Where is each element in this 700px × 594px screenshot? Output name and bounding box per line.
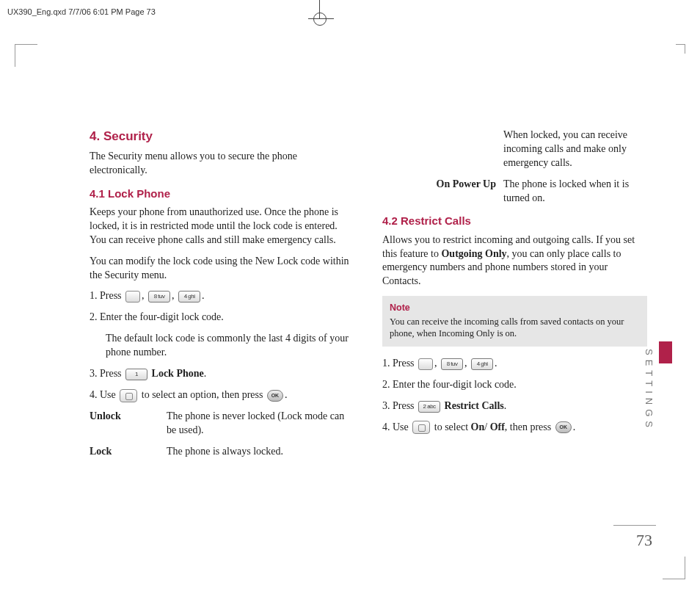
- text: ,: [172, 290, 177, 301]
- key-4-icon: 4 ghi: [178, 291, 200, 303]
- text: .: [495, 358, 497, 369]
- bold-text: Outgoing Only: [441, 248, 506, 259]
- bold-text: On: [471, 421, 485, 432]
- text: 3. Press: [90, 368, 124, 379]
- def-lock-term: Lock: [90, 445, 167, 459]
- text: /: [484, 421, 489, 432]
- text: ,: [464, 358, 470, 369]
- ok-key-icon: OK: [555, 421, 572, 433]
- text: .: [202, 290, 205, 301]
- note-box: Note You can receive the incoming calls …: [382, 296, 647, 347]
- left-column: 4. Security The Security menu allows you…: [90, 128, 354, 458]
- lock-phone-p1: Keeps your phone from unauthorized use. …: [90, 206, 354, 247]
- page-body: 4. Security The Security menu allows you…: [90, 128, 647, 458]
- note-title: Note: [390, 302, 640, 314]
- restrict-step-1: 1. Press , 8 tuv, 4 ghi.: [382, 357, 647, 371]
- key-4-icon: 4 ghi: [471, 358, 493, 370]
- text: .: [504, 400, 507, 411]
- lock-step-2-note: The default lock code is commonly the la…: [106, 332, 354, 360]
- side-tab: [659, 341, 672, 363]
- softkey-icon: [125, 291, 140, 303]
- crop-corner-tl: [15, 44, 37, 67]
- def-onpower-desc: The phone is locked when it is turned on…: [503, 178, 647, 206]
- bold-text: Off: [490, 421, 505, 432]
- restrict-step-4: 4. Use to select On/ Off, then press OK.: [382, 421, 647, 435]
- security-intro: The Security menu allows you to secure t…: [90, 150, 354, 178]
- ok-key-icon: OK: [267, 390, 283, 402]
- text: 4. Use: [382, 421, 411, 432]
- restrict-p1: Allows you to restrict incoming and outg…: [382, 233, 647, 289]
- def-unlock-term: Unlock: [90, 410, 167, 438]
- text: ,: [434, 358, 440, 369]
- nav-key-icon: [120, 389, 137, 402]
- softkey-icon: [418, 358, 433, 370]
- heading-restrict-calls: 4.2 Restrict Calls: [382, 214, 647, 228]
- text: 1. Press: [90, 290, 124, 301]
- lock-options-cont: When locked, you can receive incoming ca…: [382, 128, 647, 205]
- text: .: [285, 389, 288, 400]
- text: 4. Use: [90, 389, 118, 400]
- lock-options-table: Unlock The phone is never locked (Lock m…: [90, 410, 354, 459]
- crop-corner-tr: [676, 44, 685, 54]
- nav-key-icon: [412, 421, 430, 434]
- key-1-icon: 1: [125, 369, 147, 380]
- bold-text: Restrict Calls: [445, 400, 504, 411]
- heading-security: 4. Security: [90, 128, 354, 145]
- lock-step-3: 3. Press 1 Lock Phone.: [90, 367, 354, 381]
- restrict-step-2: 2. Enter the four-digit lock code.: [382, 378, 647, 392]
- lock-step-1: 1. Press , 8 tuv, 4 ghi.: [90, 289, 354, 303]
- text: ,: [142, 290, 147, 301]
- def-unlock-desc: The phone is never locked (Lock mode can…: [167, 410, 354, 438]
- bold-text: Lock Phone: [152, 368, 204, 379]
- key-2-icon: 2 abc: [418, 401, 440, 413]
- text: 3. Press: [382, 400, 417, 411]
- def-lock-desc: The phone is always locked.: [167, 445, 354, 459]
- text: to select an option, then press: [142, 389, 266, 400]
- key-8-icon: 8 tuv: [148, 291, 170, 303]
- heading-lock-phone: 4.1 Lock Phone: [90, 186, 354, 201]
- text: 1. Press: [382, 358, 417, 369]
- page-number: 73: [636, 531, 652, 550]
- def-lock-cont: When locked, you can receive incoming ca…: [503, 128, 647, 170]
- def-onpower-term: On Power Up: [382, 178, 496, 206]
- text: , then press: [505, 421, 554, 432]
- text: .: [573, 421, 576, 432]
- print-header: UX390_Eng.qxd 7/7/06 6:01 PM Page 73: [7, 7, 156, 16]
- restrict-step-3: 3. Press 2 abc Restrict Calls.: [382, 399, 647, 413]
- lock-step-4: 4. Use to select an option, then press O…: [90, 388, 354, 402]
- text: .: [204, 368, 207, 379]
- crop-corner-br: [663, 557, 685, 579]
- lock-step-2: 2. Enter the four-digit lock code.: [90, 311, 354, 325]
- text: to select: [434, 421, 471, 432]
- right-column: When locked, you can receive incoming ca…: [382, 128, 647, 458]
- key-8-icon: 8 tuv: [441, 358, 463, 370]
- note-body: You can receive the incoming calls from …: [390, 316, 640, 340]
- lock-phone-p2: You can modify the lock code using the N…: [90, 255, 354, 283]
